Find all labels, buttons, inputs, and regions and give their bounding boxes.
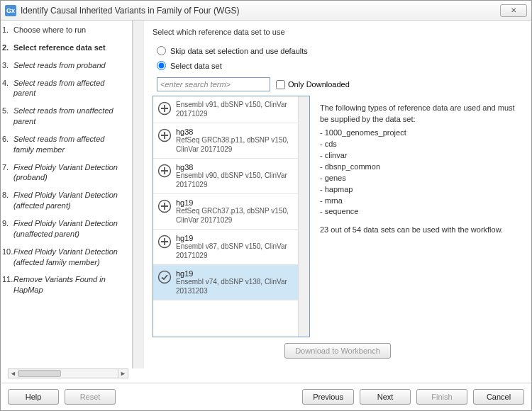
sidebar-step[interactable]: Select reads from unaffected parent: [13, 106, 125, 127]
cancel-button[interactable]: Cancel: [473, 389, 524, 405]
help-button[interactable]: Help: [8, 389, 59, 405]
reference-type: clinvar: [320, 150, 520, 162]
reference-type-list: 1000_genomes_projectcdsclinvardbsnp_comm…: [320, 128, 520, 218]
reference-type: mrna: [320, 196, 520, 207]
sidebar-step[interactable]: Select reference data set: [13, 43, 125, 53]
next-button[interactable]: Next: [360, 389, 411, 405]
scroll-right-arrow-icon[interactable]: ►: [118, 369, 128, 378]
dataset-assembly: hg19: [176, 269, 294, 278]
info-intro: The following types of reference data ar…: [320, 103, 520, 125]
reference-type: dbsnp_common: [320, 162, 520, 173]
step-sidebar: Choose where to runSelect reference data…: [1, 21, 133, 368]
radio-skip-defaults[interactable]: Skip data set selection and use defaults: [157, 46, 523, 55]
radio-select-dataset[interactable]: Select data set: [157, 61, 523, 70]
info-panel: The following types of reference data ar…: [317, 96, 523, 337]
dataset-description: Ensembl v74, dbSNP v138, ClinVar 2013120…: [176, 278, 294, 295]
sidebar-step[interactable]: Fixed Ploidy Variant Detection (affected…: [13, 247, 125, 268]
main-area: Choose where to runSelect reference data…: [1, 21, 531, 368]
scroll-thumb[interactable]: [18, 370, 61, 377]
previous-button[interactable]: Previous: [302, 389, 354, 405]
sidebar-step[interactable]: Fixed Ploidy Variant Detection (unaffect…: [13, 218, 125, 240]
plus-icon: [157, 164, 172, 178]
sidebar-step[interactable]: Select reads from proband: [13, 60, 125, 71]
dataset-description: Ensembl v90, dbSNP v150, ClinVar 2017102…: [176, 171, 294, 189]
dataset-listbox: Ensembl v91, dbSNP v150, ClinVar 2017102…: [153, 96, 310, 337]
finish-button[interactable]: Finish: [416, 389, 467, 405]
info-summary: 23 out of 54 data sets can be used with …: [320, 225, 520, 236]
reference-type: 1000_genomes_project: [320, 128, 520, 139]
reset-button[interactable]: Reset: [65, 389, 116, 405]
dataset-item[interactable]: hg19Ensembl v87, dbSNP v150, ClinVar 201…: [153, 230, 298, 265]
radio-select-label: Select data set: [170, 62, 222, 70]
check-icon: [157, 270, 172, 284]
scroll-left-arrow-icon[interactable]: ◄: [9, 369, 18, 378]
search-input[interactable]: [157, 77, 270, 91]
sidebar-step[interactable]: Fixed Ploidy Variant Detection (proband): [13, 162, 125, 184]
sidebar-scrollbar[interactable]: [133, 21, 144, 368]
plus-icon: [157, 128, 172, 142]
dataset-item[interactable]: hg38Ensembl v90, dbSNP v150, ClinVar 201…: [153, 159, 298, 194]
radio-select-input[interactable]: [157, 61, 166, 70]
listbox-scrollbar[interactable]: [298, 96, 309, 337]
only-downloaded-label: Only Downloaded: [288, 80, 350, 89]
sidebar-step[interactable]: Fixed Ploidy Variant Detection (affected…: [13, 190, 125, 211]
radio-skip-input[interactable]: [157, 46, 166, 55]
radio-skip-label: Skip data set selection and use defaults: [170, 47, 308, 55]
svg-point-5: [159, 271, 171, 283]
sidebar-step[interactable]: Remove Variants Found in HapMap: [13, 274, 125, 295]
only-downloaded-checkbox[interactable]: Only Downloaded: [276, 80, 350, 89]
dataset-description: RefSeq GRCh38.p11, dbSNP v150, ClinVar 2…: [176, 136, 294, 154]
sidebar-horizontal-scrollbar[interactable]: ◄ ►: [8, 368, 128, 378]
dataset-item[interactable]: hg19RefSeq GRCh37.p13, dbSNP v150, ClinV…: [153, 194, 298, 230]
dataset-item[interactable]: Ensembl v91, dbSNP v150, ClinVar 2017102…: [153, 96, 298, 123]
app-icon: Gx: [5, 5, 16, 16]
reference-type: genes: [320, 173, 520, 184]
footer: Help Reset Previous Next Finish Cancel: [1, 383, 531, 410]
reference-type: sequence: [320, 206, 520, 218]
content-panel: Select which reference data set to use S…: [144, 21, 531, 368]
dataset-item[interactable]: hg19Ensembl v74, dbSNP v138, ClinVar 201…: [153, 265, 298, 300]
sidebar-step[interactable]: Select reads from affected family member: [13, 134, 125, 155]
dataset-item[interactable]: hg38RefSeq GRCh38.p11, dbSNP v150, ClinV…: [153, 123, 298, 159]
close-icon[interactable]: ✕: [500, 4, 527, 17]
reference-type: hapmap: [320, 184, 520, 196]
window-title: Identify Causal Inherited Variants in Fa…: [21, 6, 500, 16]
only-downloaded-input[interactable]: [276, 80, 285, 89]
download-button[interactable]: Download to Workbench: [284, 343, 391, 359]
sidebar-step[interactable]: Select reads from affected parent: [13, 78, 125, 99]
dataset-assembly: hg38: [176, 163, 294, 171]
dataset-description: Ensembl v87, dbSNP v150, ClinVar 2017102…: [176, 242, 294, 260]
dataset-assembly: hg38: [176, 128, 294, 136]
titlebar: Gx Identify Causal Inherited Variants in…: [1, 1, 531, 21]
dataset-assembly: hg19: [176, 234, 294, 242]
dataset-description: Ensembl v91, dbSNP v150, ClinVar 2017102…: [176, 101, 294, 118]
section-title: Select which reference data set to use: [153, 28, 523, 36]
reference-type: cds: [320, 139, 520, 150]
wizard-window: Gx Identify Causal Inherited Variants in…: [0, 0, 532, 411]
plus-icon: [157, 235, 172, 249]
dataset-description: RefSeq GRCh37.p13, dbSNP v150, ClinVar 2…: [176, 207, 294, 225]
plus-icon: [157, 101, 172, 116]
plus-icon: [157, 199, 172, 213]
dataset-assembly: hg19: [176, 198, 294, 207]
sidebar-step[interactable]: Choose where to run: [13, 25, 125, 35]
